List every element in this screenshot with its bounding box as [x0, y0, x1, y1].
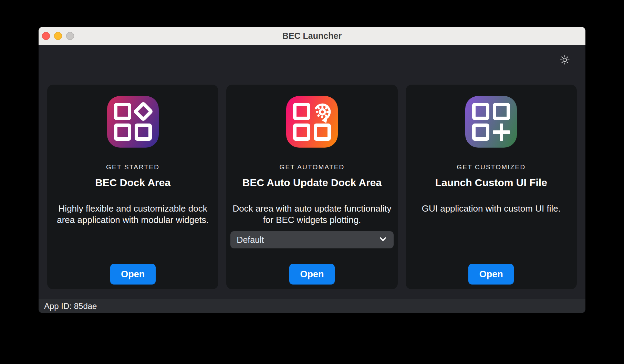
card-bec-dock-area: GET STARTED BEC Dock Area Highly flexibl…: [47, 85, 218, 289]
app-window: BEC Launcher: [39, 27, 585, 313]
titlebar: BEC Launcher: [39, 27, 585, 45]
card-auto-update-dock-area: GET AUTOMATED BEC Auto Update Dock Area …: [226, 85, 397, 289]
app-id-label: App ID: 85dae: [44, 301, 97, 311]
launcher-cards-row: GET STARTED BEC Dock Area Highly flexibl…: [47, 85, 577, 289]
card-launch-custom-ui: GET CUSTOMIZED Launch Custom UI File GUI…: [406, 85, 577, 289]
open-custom-ui-button[interactable]: Open: [468, 264, 514, 285]
traffic-lights: [42, 27, 74, 45]
open-auto-update-button[interactable]: Open: [289, 264, 335, 285]
card-title: BEC Dock Area: [95, 177, 170, 189]
card-description: Dock area with auto update functionality…: [231, 203, 393, 226]
theme-toggle-button[interactable]: [558, 53, 572, 67]
card-description: Highly flexible and customizable dock ar…: [52, 203, 214, 226]
main-content: GET STARTED BEC Dock Area Highly flexibl…: [39, 45, 585, 313]
window-title: BEC Launcher: [282, 31, 342, 41]
chevron-down-icon: [378, 234, 388, 246]
config-select-value: Default: [237, 235, 264, 245]
zoom-window-button[interactable]: [66, 32, 74, 40]
auto-update-grid-icon: [286, 96, 338, 148]
dock-area-grid-icon: [107, 96, 159, 148]
card-eyebrow: GET CUSTOMIZED: [457, 163, 526, 171]
minimize-window-button[interactable]: [54, 32, 62, 40]
config-select[interactable]: Default: [230, 231, 393, 248]
card-eyebrow: GET STARTED: [106, 163, 159, 171]
custom-ui-grid-icon: [465, 96, 517, 148]
card-description: GUI application with custom UI file.: [422, 203, 561, 214]
close-window-button[interactable]: [42, 32, 50, 40]
sun-icon: [560, 55, 570, 66]
card-title: Launch Custom UI File: [435, 177, 547, 189]
status-bar: App ID: 85dae: [39, 299, 585, 313]
card-title: BEC Auto Update Dock Area: [242, 177, 382, 189]
card-eyebrow: GET AUTOMATED: [279, 163, 344, 171]
open-dock-area-button[interactable]: Open: [110, 264, 156, 285]
